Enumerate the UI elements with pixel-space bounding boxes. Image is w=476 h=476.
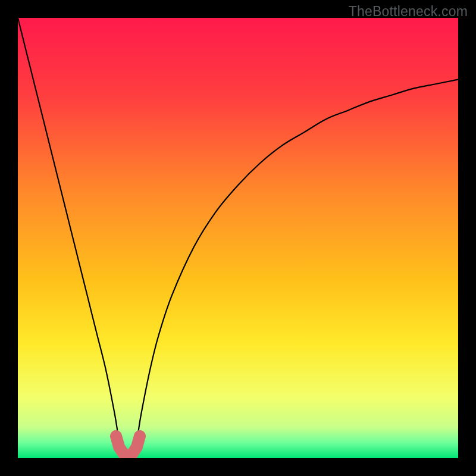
watermark-text: TheBottleneck.com: [349, 4, 468, 20]
chart-frame: TheBottleneck.com: [0, 0, 476, 476]
chart-svg: [18, 18, 458, 458]
gradient-background: [18, 18, 458, 458]
plot-area: [18, 18, 458, 458]
